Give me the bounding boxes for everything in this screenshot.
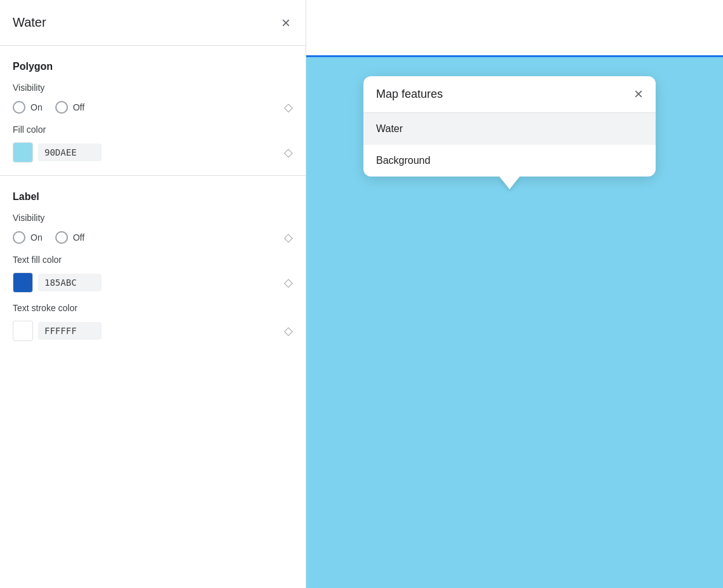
label-text-fill-color-diamond-icon[interactable]: [284, 276, 293, 290]
polygon-visibility-radio-group: On Off: [13, 101, 284, 114]
left-panel: Water Polygon Visibility On Off: [0, 0, 306, 588]
polygon-fill-color-row: [13, 142, 293, 163]
label-text-stroke-color-label: Text stroke color: [13, 303, 293, 313]
label-text-stroke-color-group: Text stroke color: [13, 303, 293, 341]
polygon-visibility-label: Visibility: [13, 83, 293, 93]
label-section: Label Visibility On Off Te: [0, 176, 306, 354]
panel-header: Water: [0, 0, 306, 46]
polygon-visibility-diamond-icon[interactable]: [284, 100, 293, 114]
polygon-radio-on-label: On: [30, 102, 43, 112]
polygon-radio-off[interactable]: [55, 101, 68, 114]
label-text-stroke-color-input-row: [13, 321, 284, 341]
label-visibility-row: On Off: [13, 231, 293, 244]
popup-arrow: [499, 177, 520, 189]
panel-title: Water: [13, 15, 46, 30]
label-text-fill-color-label: Text fill color: [13, 255, 293, 265]
popup-item-background-label: Background: [376, 155, 430, 166]
polygon-fill-color-input[interactable]: [38, 144, 102, 161]
label-text-stroke-color-row: [13, 321, 293, 341]
label-visibility-radio-group: On Off: [13, 231, 284, 244]
label-visibility-diamond-icon[interactable]: [284, 231, 293, 244]
polygon-fill-color-label: Fill color: [13, 124, 293, 135]
panel-close-button[interactable]: [279, 13, 293, 33]
polygon-fill-color-group: Fill color: [13, 124, 293, 163]
label-radio-off-label: Off: [73, 232, 84, 243]
label-visibility-label: Visibility: [13, 213, 293, 223]
polygon-fill-color-diamond-icon[interactable]: [284, 145, 293, 159]
label-text-stroke-color-swatch[interactable]: [13, 321, 33, 341]
popup-close-button[interactable]: [634, 86, 643, 102]
label-radio-on-label: On: [30, 232, 43, 243]
label-radio-off[interactable]: [55, 231, 68, 244]
polygon-radio-off-item[interactable]: Off: [55, 101, 84, 114]
label-text-fill-color-input-row: [13, 272, 284, 293]
polygon-radio-on-item[interactable]: On: [13, 101, 43, 114]
popup-item-water[interactable]: Water: [363, 113, 656, 145]
label-radio-on-item[interactable]: On: [13, 231, 43, 244]
map-top-bar: [306, 0, 723, 57]
polygon-visibility-group: Visibility On Off: [13, 83, 293, 114]
label-text-fill-color-row: [13, 272, 293, 293]
polygon-fill-color-swatch[interactable]: [13, 142, 33, 163]
polygon-radio-off-label: Off: [73, 102, 84, 112]
label-text-stroke-color-diamond-icon[interactable]: [284, 324, 293, 338]
label-text-stroke-color-input[interactable]: [38, 322, 102, 340]
popup-header: Map features: [363, 76, 656, 113]
popup-title: Map features: [376, 88, 443, 101]
popup-item-background[interactable]: Background: [363, 145, 656, 177]
label-text-fill-color-input[interactable]: [38, 274, 102, 291]
label-visibility-group: Visibility On Off: [13, 213, 293, 244]
polygon-fill-color-input-row: [13, 142, 284, 163]
label-radio-on[interactable]: [13, 231, 25, 244]
label-radio-off-item[interactable]: Off: [55, 231, 84, 244]
polygon-section-title: Polygon: [13, 61, 293, 72]
map-panel: Map features Water Background: [306, 0, 723, 588]
polygon-visibility-row: On Off: [13, 100, 293, 114]
map-features-popup: Map features Water Background: [363, 76, 656, 177]
label-section-title: Label: [13, 191, 293, 203]
label-text-fill-color-swatch[interactable]: [13, 272, 33, 293]
polygon-section: Polygon Visibility On Off: [0, 46, 306, 176]
label-text-fill-color-group: Text fill color: [13, 255, 293, 293]
popup-item-water-label: Water: [376, 123, 403, 134]
polygon-radio-on[interactable]: [13, 101, 25, 114]
